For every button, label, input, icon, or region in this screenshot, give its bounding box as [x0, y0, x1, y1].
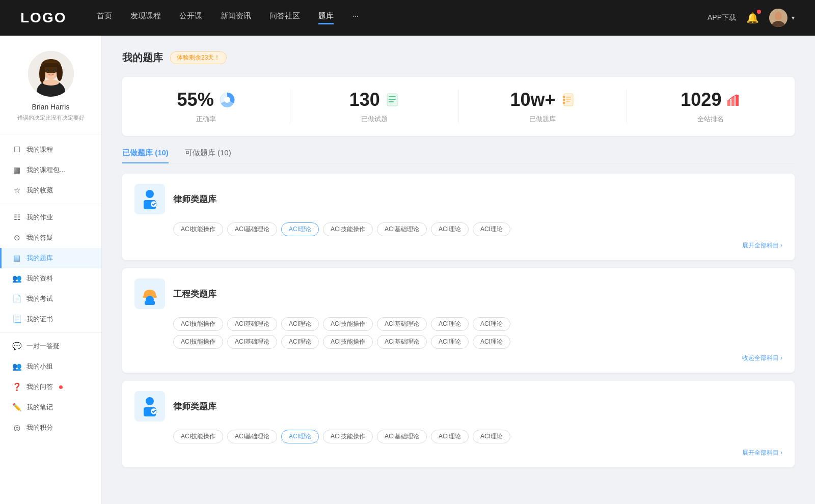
sidebar-item-certificate[interactable]: 📃 我的证书	[0, 309, 101, 329]
stat-accuracy-main: 55%	[132, 89, 280, 110]
qbank-icon-lawyer-3	[134, 391, 165, 422]
svg-point-35	[146, 397, 154, 405]
logo[interactable]: LOGO	[20, 10, 66, 26]
svg-rect-7	[43, 63, 59, 67]
group-icon: 👥	[12, 362, 21, 371]
sidebar-item-favorites-label: 我的收藏	[26, 186, 53, 195]
nav-question-bank[interactable]: 题库	[318, 11, 334, 24]
sidebar-item-notes[interactable]: ✏️ 我的笔记	[0, 397, 101, 417]
tag-2-5[interactable]: ACI理论	[431, 317, 469, 331]
tag-2-10[interactable]: ACI技能操作	[323, 335, 373, 349]
user-dropdown-arrow[interactable]: ▾	[792, 14, 795, 21]
sidebar-item-course-pkg-label: 我的课程包...	[26, 165, 65, 175]
qbank-card-header-2: 工程类题库	[134, 278, 782, 309]
page-wrapper: Brian Harris 错误的决定比没有决定要好 ☐ 我的课程 ▦ 我的课程包…	[0, 36, 815, 504]
stat-done-banks-number: 10w+	[510, 89, 556, 110]
tag-1-3[interactable]: ACI技能操作	[323, 222, 373, 236]
nav-open-course[interactable]: 公开课	[179, 11, 202, 24]
tag-1-1[interactable]: ACI基础理论	[227, 222, 277, 236]
svg-point-10	[43, 79, 59, 86]
sidebar-item-qbank-label: 我的题库	[26, 254, 53, 263]
sidebar-item-questions[interactable]: ❓ 我的问答	[0, 377, 101, 397]
tag-3-5[interactable]: ACI理论	[431, 430, 469, 443]
sidebar-item-qa[interactable]: ⊙ 我的答疑	[0, 228, 101, 248]
tag-2-0[interactable]: ACI技能操作	[173, 317, 223, 331]
svg-rect-21	[563, 99, 565, 101]
tag-2-9[interactable]: ACI理论	[281, 335, 319, 349]
svg-point-11	[46, 69, 48, 71]
tag-2-6[interactable]: ACI理论	[473, 317, 510, 331]
stat-done-questions-label: 已做试题	[301, 115, 448, 124]
sidebar-item-course-pkg[interactable]: ▦ 我的课程包...	[0, 160, 101, 180]
qbank-title-1: 律师类题库	[173, 193, 216, 205]
tag-1-0[interactable]: ACI技能操作	[173, 222, 223, 236]
tag-3-0[interactable]: ACI技能操作	[173, 430, 223, 443]
tag-3-2[interactable]: ACI理论	[281, 430, 319, 443]
svg-rect-18	[389, 101, 394, 102]
tutoring-icon: 💬	[12, 342, 21, 351]
sidebar-item-course-label: 我的课程	[26, 145, 53, 154]
tag-1-4[interactable]: ACI基础理论	[377, 222, 427, 236]
favorites-icon: ☆	[12, 186, 21, 195]
tag-2-4[interactable]: ACI基础理论	[377, 317, 427, 331]
qbank-card-engineer: 工程类题库 ACI技能操作 ACI基础理论 ACI理论 ACI技能操作 ACI基…	[122, 268, 795, 373]
nav-home[interactable]: 首页	[97, 11, 112, 24]
sidebar-menu: ☐ 我的课程 ▦ 我的课程包... ☆ 我的收藏 ☷ 我的作业 ⊙ 我的答疑 ▤	[0, 134, 101, 443]
nav-discover[interactable]: 发现课程	[130, 11, 161, 24]
tab-done[interactable]: 已做题库 (10)	[122, 148, 169, 163]
tab-bar: 已做题库 (10) 可做题库 (10)	[122, 148, 795, 163]
sidebar-item-profile-label: 我的资料	[26, 274, 53, 283]
qbank-tags-1: ACI技能操作 ACI基础理论 ACI理论 ACI技能操作 ACI基础理论 AC…	[134, 222, 782, 236]
qbank-card-header-3: 律师类题库	[134, 391, 782, 422]
tag-1-2[interactable]: ACI理论	[281, 222, 319, 236]
tag-2-1[interactable]: ACI基础理论	[227, 317, 277, 331]
sidebar-item-course[interactable]: ☐ 我的课程	[0, 139, 101, 160]
nav-more[interactable]: ···	[352, 11, 359, 24]
nav-news[interactable]: 新闻资讯	[221, 11, 251, 24]
tag-2-3[interactable]: ACI技能操作	[323, 317, 373, 331]
page-title: 我的题库	[122, 51, 163, 65]
tag-3-1[interactable]: ACI基础理论	[227, 430, 277, 443]
stat-accuracy-label: 正确率	[132, 115, 280, 124]
notification-bell[interactable]: 🔔	[746, 12, 759, 24]
tag-3-4[interactable]: ACI基础理论	[377, 430, 427, 443]
svg-rect-28	[736, 95, 739, 106]
tag-2-13[interactable]: ACI理论	[473, 335, 510, 349]
user-avatar-wrapper[interactable]: ▾	[769, 9, 795, 27]
qbank-expand-3[interactable]: 展开全部科目 ›	[134, 449, 782, 457]
tag-3-3[interactable]: ACI技能操作	[323, 430, 373, 443]
sidebar-item-profile[interactable]: 👥 我的资料	[0, 268, 101, 289]
tag-1-6[interactable]: ACI理论	[473, 222, 510, 236]
sidebar-item-cert-label: 我的证书	[26, 315, 53, 324]
notes-icon: ✏️	[12, 403, 21, 412]
sidebar-item-group-label: 我的小组	[26, 362, 53, 371]
tag-2-11[interactable]: ACI基础理论	[377, 335, 427, 349]
course-icon: ☐	[12, 145, 21, 154]
tab-available[interactable]: 可做题库 (10)	[185, 148, 231, 163]
svg-rect-16	[389, 96, 396, 97]
tag-2-2[interactable]: ACI理论	[281, 317, 319, 331]
qbank-card-lawyer-3: 律师类题库 ACI技能操作 ACI基础理论 ACI理论 ACI技能操作 ACI基…	[122, 381, 795, 467]
tag-3-6[interactable]: ACI理论	[473, 430, 510, 443]
lawyer-svg-1	[139, 188, 161, 210]
qbank-expand-1[interactable]: 展开全部科目 ›	[134, 241, 782, 250]
sidebar-item-homework[interactable]: ☷ 我的作业	[0, 207, 101, 228]
qbank-collapse-2[interactable]: 收起全部科目 ›	[134, 354, 782, 362]
sidebar-item-favorites[interactable]: ☆ 我的收藏	[0, 180, 101, 201]
tag-2-8[interactable]: ACI基础理论	[227, 335, 277, 349]
sidebar-item-tutoring[interactable]: 💬 一对一答疑	[0, 336, 101, 356]
tag-2-12[interactable]: ACI理论	[431, 335, 469, 349]
app-download-button[interactable]: APP下载	[708, 13, 736, 22]
tag-1-5[interactable]: ACI理论	[431, 222, 469, 236]
sidebar-item-group[interactable]: 👥 我的小组	[0, 356, 101, 377]
sidebar-profile: Brian Harris 错误的决定比没有决定要好	[0, 51, 101, 134]
sheet-icon	[385, 93, 399, 107]
sidebar-item-points[interactable]: ◎ 我的积分	[0, 417, 101, 438]
questions-dot	[59, 385, 63, 389]
tag-2-7[interactable]: ACI技能操作	[173, 335, 223, 349]
nav-qa[interactable]: 问答社区	[269, 11, 300, 24]
ranking-chart-icon	[726, 93, 741, 107]
profile-avatar	[28, 51, 74, 97]
sidebar-item-exam[interactable]: 📄 我的考试	[0, 289, 101, 309]
sidebar-item-question-bank[interactable]: ▤ 我的题库	[0, 248, 101, 268]
